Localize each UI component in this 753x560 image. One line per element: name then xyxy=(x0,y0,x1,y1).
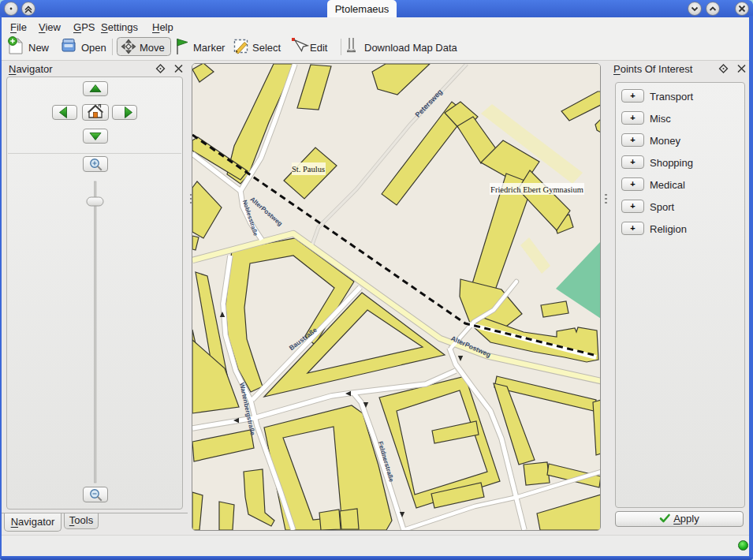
svg-text:St. Paulus: St. Paulus xyxy=(292,165,325,174)
svg-text:Friedrich Ebert Gymnasium: Friedrich Ebert Gymnasium xyxy=(490,185,583,194)
